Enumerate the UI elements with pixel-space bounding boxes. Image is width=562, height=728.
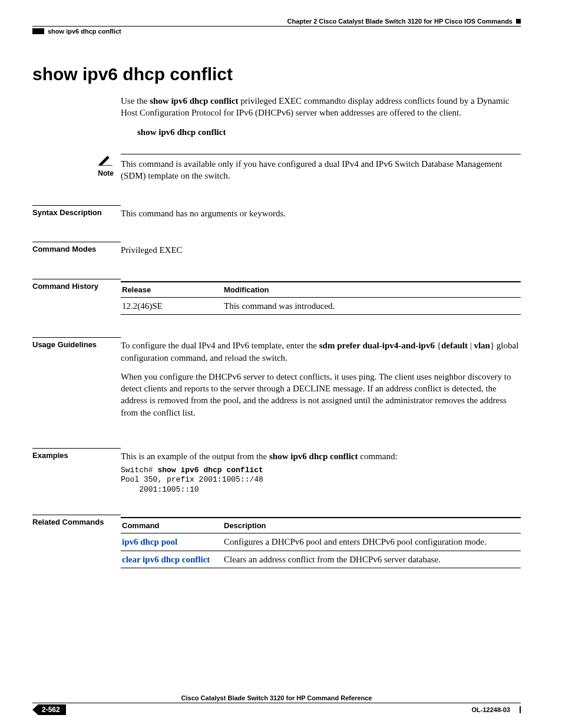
modification-cell: This command was introduced. xyxy=(223,298,521,315)
pencil-icon xyxy=(97,158,114,167)
examples-lead-a: This is an example of the output from th… xyxy=(121,452,269,461)
footer-end-mark xyxy=(515,706,521,713)
header-end-block xyxy=(516,19,521,24)
examples-label: Examples xyxy=(32,448,121,495)
usage-p1: To configure the dual IPv4 and IPv6 temp… xyxy=(121,340,521,364)
examples-lead-c: command: xyxy=(358,452,397,461)
section-command-modes: Command Modes Privileged EXEC xyxy=(32,242,521,256)
table-row: ipv6 dhcp pool Configures a DHCPv6 pool … xyxy=(121,533,521,551)
table-row: 12.2(46)SE This command was introduced. xyxy=(121,298,521,315)
related-commands-label: Related Commands xyxy=(32,515,121,568)
code-cmd: show ipv6 dhcp conflict xyxy=(157,466,263,475)
table-row: clear ipv6 dhcp conflict Clears an addre… xyxy=(121,551,521,568)
intro-prefix: Use the xyxy=(121,96,150,106)
related-commands-table: Command Description ipv6 dhcp pool Confi… xyxy=(121,517,521,568)
command-modes-body: Privileged EXEC xyxy=(121,242,521,256)
running-head-text: show ipv6 dhcp conflict xyxy=(48,28,121,35)
command-history-table: Release Modification 12.2(46)SE This com… xyxy=(121,281,521,315)
command-history-label: Command History xyxy=(32,279,121,315)
usage-p1-e: | xyxy=(468,341,474,350)
chapter-text: Chapter 2 Cisco Catalyst Blade Switch 31… xyxy=(287,18,513,25)
usage-p1-a: To configure the dual IPv4 and IPv6 temp… xyxy=(121,341,319,350)
command-modes-label: Command Modes xyxy=(32,242,121,256)
intro-cmd: show ipv6 dhcp conflict xyxy=(150,96,238,106)
section-command-history: Command History Release Modification 12.… xyxy=(32,279,521,315)
note-body: This command is available only if you ha… xyxy=(121,154,521,182)
section-syntax-description: Syntax Description This command has no a… xyxy=(32,205,521,219)
running-head-block xyxy=(32,28,44,34)
usage-p1-f: vlan xyxy=(474,341,490,350)
usage-p1-c: { xyxy=(435,341,441,350)
command-header: Command xyxy=(121,518,223,533)
page-number-badge: 2-562 xyxy=(38,704,66,715)
section-related-commands: Related Commands Command Description ipv… xyxy=(32,515,521,568)
syntax-description-label: Syntax Description xyxy=(32,205,121,219)
doc-id: OL-12248-03 xyxy=(472,706,510,713)
command-description: Configures a DHCPv6 pool and enters DHCP… xyxy=(223,533,521,551)
examples-lead-b: show ipv6 dhcp conflict xyxy=(269,452,358,461)
intro-paragraph: Use the show ipv6 dhcp conflict privileg… xyxy=(121,95,521,137)
code-line2: Pool 350, prefix 2001:1005::/48 xyxy=(121,475,263,484)
page-title: show ipv6 dhcp conflict xyxy=(32,64,521,84)
code-prompt: Switch# xyxy=(121,466,157,475)
usage-p2: When you configure the DHCPv6 server to … xyxy=(121,371,521,419)
table-header-row: Command Description xyxy=(121,518,521,533)
running-head-row: show ipv6 dhcp conflict xyxy=(32,28,521,35)
modification-header: Modification xyxy=(223,282,521,298)
description-header: Description xyxy=(223,518,521,533)
release-header: Release xyxy=(121,282,223,298)
chapter-header: Chapter 2 Cisco Catalyst Blade Switch 31… xyxy=(32,18,521,27)
usage-guidelines-label: Usage Guidelines xyxy=(32,337,121,426)
note-block: Note This command is available only if y… xyxy=(32,154,521,182)
example-code-block: Switch# show ipv6 dhcp conflict Pool 350… xyxy=(121,466,521,495)
section-examples: Examples This is an example of the outpu… xyxy=(32,448,521,495)
code-line3: 2001:1005::10 xyxy=(121,485,199,494)
page-footer: Cisco Catalyst Blade Switch 3120 for HP … xyxy=(32,694,521,715)
usage-p1-d: default xyxy=(441,341,468,350)
release-cell: 12.2(46)SE xyxy=(121,298,223,315)
section-usage-guidelines: Usage Guidelines To configure the dual I… xyxy=(32,337,521,426)
footer-book-title: Cisco Catalyst Blade Switch 3120 for HP … xyxy=(32,694,521,703)
syntax-description-body: This command has no arguments or keyword… xyxy=(121,205,521,219)
syntax-usage-line: show ipv6 dhcp conflict xyxy=(137,127,521,137)
command-link[interactable]: ipv6 dhcp pool xyxy=(122,537,177,546)
command-link[interactable]: clear ipv6 dhcp conflict xyxy=(122,555,210,564)
table-header-row: Release Modification xyxy=(121,282,521,298)
note-label: Note xyxy=(32,169,114,177)
command-description: Clears an address conflict from the DHCP… xyxy=(223,551,521,568)
usage-p1-b: sdm prefer dual-ipv4-and-ipv6 xyxy=(319,341,435,350)
